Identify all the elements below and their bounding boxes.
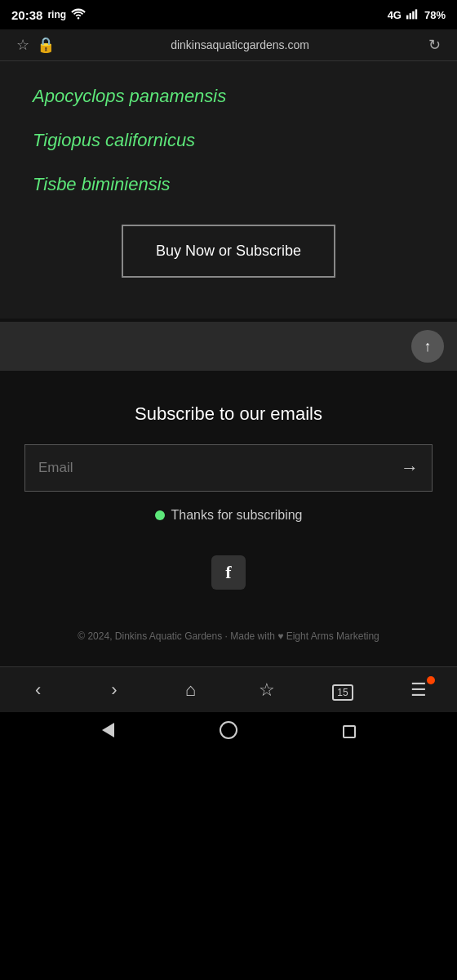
tabs-button[interactable]: 15 [325,679,361,701]
back-button[interactable]: ‹ [20,679,56,701]
species-item-2: Tigiopus californicus [33,130,424,151]
species-item-3: Tisbe biminiensis [33,174,424,195]
green-dot-icon [155,510,165,520]
species-list: Apocyclops panamensis Tigiopus californi… [33,86,424,195]
email-submit-button[interactable]: → [393,457,419,479]
back-triangle-icon [102,723,114,737]
scroll-area: ↑ [0,322,457,371]
tab-count: 15 [332,684,353,701]
home-circle-icon [220,721,237,739]
subscribe-heading: Subscribe to our emails [24,403,433,425]
home-button[interactable]: ⌂ [172,679,208,701]
android-recents-button[interactable] [343,724,356,741]
svg-rect-1 [410,13,411,19]
star-icon[interactable]: ☆ [11,36,34,54]
thanks-message: Thanks for subscribing [171,508,303,523]
copyright: © 2024, Dinkins Aquatic Gardens · Made w… [24,630,433,642]
thanks-row: Thanks for subscribing [24,508,433,523]
url-display[interactable]: dinkinsaquaticgardens.com [57,38,423,51]
product-section: Apocyclops panamensis Tigiopus californi… [0,61,457,322]
social-row: f [24,555,433,590]
status-left: 20:38 ring [11,8,86,22]
buy-btn-wrapper: Buy Now or Subscribe [33,225,424,278]
status-right: 4G 78% [388,8,446,22]
browser-bar: ☆ 🔒 dinkinsaquaticgardens.com ↻ [0,29,457,61]
android-back-button[interactable] [102,723,114,742]
reload-icon[interactable]: ↻ [423,36,446,54]
bookmarks-button[interactable]: ☆ [249,679,285,701]
network-label: 4G [388,9,402,21]
svg-rect-0 [406,15,408,19]
time: 20:38 [11,8,42,22]
wifi-icon [71,8,86,22]
lock-icon: 🔒 [34,36,57,54]
signal-icon [406,8,419,22]
scroll-top-button[interactable]: ↑ [411,330,444,363]
buy-now-button[interactable]: Buy Now or Subscribe [122,225,335,278]
android-home-button[interactable] [220,721,237,743]
android-bar [0,712,457,751]
email-input[interactable] [38,460,393,476]
ring-label: ring [47,9,66,20]
battery-label: 78% [424,9,446,21]
bottom-nav: ‹ › ⌂ ☆ 15 ☰ [0,666,457,712]
forward-button[interactable]: › [96,679,132,701]
svg-rect-3 [415,9,417,19]
email-input-row: → [24,444,433,492]
menu-button[interactable]: ☰ [401,679,437,701]
svg-rect-2 [412,11,414,19]
status-bar: 20:38 ring 4G 78% [0,0,457,29]
species-item-1: Apocyclops panamensis [33,86,424,107]
recents-square-icon [343,725,356,738]
notification-badge [427,676,435,684]
footer-section: Subscribe to our emails → Thanks for sub… [0,371,457,666]
facebook-icon[interactable]: f [211,555,246,590]
